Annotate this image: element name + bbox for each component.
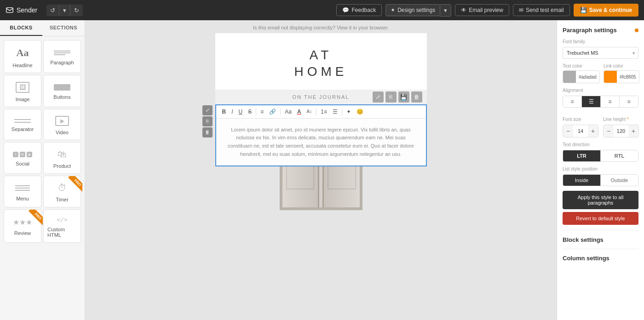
headline-icon: Aa bbox=[17, 47, 29, 59]
review-pro-ribbon: PRO bbox=[21, 210, 43, 232]
undo-button[interactable]: ↺ bbox=[46, 5, 59, 16]
strikethrough-button[interactable]: S bbox=[246, 107, 254, 116]
product-label: Product bbox=[53, 163, 71, 169]
font-family-select[interactable]: Trebuchet MS Arial Georgia Verdana Times… bbox=[563, 47, 638, 59]
design-settings-button[interactable]: ✦ Design settings bbox=[385, 4, 440, 16]
menu-icon bbox=[15, 184, 30, 192]
design-settings-dropdown[interactable]: ▾ bbox=[440, 4, 451, 17]
block-separator[interactable]: Separator bbox=[4, 109, 41, 140]
toolbar-divider-1 bbox=[256, 108, 256, 115]
block-menu[interactable]: Menu bbox=[4, 176, 41, 207]
font-size-group: Font size − + bbox=[563, 112, 598, 137]
toolbar: Sender ↺ ▾ ↻ 💬 Feedback ✦ Design setting… bbox=[0, 0, 644, 20]
text-block-copy-button[interactable]: ⎘ bbox=[202, 116, 213, 126]
block-video[interactable]: ▶ Video bbox=[43, 109, 81, 140]
block-headline[interactable]: Aa Headline bbox=[4, 40, 41, 73]
paragraph-settings-title: Paragraph settings bbox=[563, 27, 638, 34]
font-size-decrease[interactable]: − bbox=[563, 125, 573, 137]
revert-button[interactable]: Revert to default style bbox=[563, 212, 638, 225]
text-color-swatch bbox=[563, 71, 576, 83]
direction-rtl-button[interactable]: RTL bbox=[601, 150, 638, 161]
align-center-button[interactable]: ☰ bbox=[582, 96, 601, 107]
font-family-label: Font family bbox=[563, 39, 638, 44]
send-test-button[interactable]: ✉ Send test email bbox=[513, 4, 570, 16]
line-height-increase[interactable]: + bbox=[628, 125, 638, 137]
timer-pro-ribbon: PRO bbox=[60, 176, 82, 198]
text-color-button[interactable]: A bbox=[295, 107, 304, 116]
align-right-button[interactable]: ≡ bbox=[601, 96, 620, 107]
separator-label: Separator bbox=[12, 126, 34, 132]
undo-redo-group: ↺ ▾ ↻ bbox=[46, 5, 83, 16]
headline-label: Headline bbox=[12, 63, 32, 68]
block-buttons[interactable]: Buttons bbox=[43, 75, 81, 107]
block-social[interactable]: f in ▶ Social bbox=[4, 142, 41, 174]
text-color-value: #adadad bbox=[576, 74, 599, 80]
tab-sections[interactable]: SECTIONS bbox=[42, 20, 85, 36]
font-size-control: − + bbox=[563, 125, 598, 137]
custom-html-label: Custom HTML bbox=[47, 227, 77, 238]
text-color-swatch-row[interactable]: #adadad bbox=[563, 70, 600, 83]
font-size-increase[interactable]: + bbox=[588, 125, 598, 137]
block-product[interactable]: 🛍 Product bbox=[43, 142, 81, 174]
block-timer[interactable]: PRO ⏱ Timer bbox=[43, 176, 81, 207]
separator-icon bbox=[14, 119, 31, 123]
settings-divider-2 bbox=[563, 249, 638, 249]
line-height-input[interactable] bbox=[614, 128, 628, 134]
font-button[interactable]: Aa bbox=[282, 107, 294, 116]
line-height-label: Line height * bbox=[603, 117, 639, 122]
feedback-button[interactable]: 💬 Feedback bbox=[336, 4, 382, 16]
block-custom-html[interactable]: </> Custom HTML bbox=[43, 209, 81, 243]
block-image[interactable]: 🖼 Image bbox=[4, 75, 41, 107]
direction-ltr-button[interactable]: LTR bbox=[563, 150, 601, 161]
link-color-swatch-row[interactable]: #fc8805 bbox=[604, 70, 639, 83]
line-height-decrease[interactable]: − bbox=[604, 125, 614, 137]
buttons-label: Buttons bbox=[53, 94, 70, 100]
numbered-list-button[interactable]: 1≡ bbox=[318, 107, 329, 116]
email-header-block[interactable]: ATHOME bbox=[215, 33, 427, 90]
text-block-move-button[interactable]: ⤢ bbox=[202, 105, 213, 115]
app-name: Sender bbox=[17, 6, 37, 14]
block-paragraph[interactable]: Paragraph bbox=[43, 40, 81, 73]
product-icon: 🛍 bbox=[58, 149, 67, 160]
alignment-label: Alignment bbox=[563, 88, 638, 93]
underline-button[interactable]: U bbox=[236, 107, 245, 116]
email-preview-button[interactable]: 👁 Email preview bbox=[455, 4, 509, 16]
link-color-group: Link color #fc8805 bbox=[604, 63, 639, 83]
section-label-text: ON THE JOURNAL bbox=[293, 94, 350, 100]
align-left-button[interactable]: ≡ bbox=[563, 96, 582, 107]
apply-style-button[interactable]: Apply this style to all paragraphs bbox=[563, 191, 638, 209]
italic-button[interactable]: I bbox=[229, 107, 235, 116]
text-editor-block[interactable]: ⤢ ⎘ 🗑 B I U S ≡ 🔗 Aa A A↕ 1 bbox=[215, 104, 427, 166]
align-button[interactable]: ☰ bbox=[330, 107, 340, 116]
save-button[interactable]: 💾 Save & continue bbox=[574, 4, 638, 17]
font-size-input[interactable] bbox=[573, 128, 588, 134]
line-height-group: Line height * − + bbox=[603, 112, 639, 137]
text-block-delete-button[interactable]: 🗑 bbox=[202, 127, 213, 137]
list-inside-button[interactable]: Inside bbox=[563, 175, 601, 186]
list-outside-button[interactable]: Outside bbox=[601, 175, 638, 186]
font-family-wrapper: Trebuchet MS Arial Georgia Verdana Times… bbox=[563, 47, 638, 59]
email-preview-icon: 👁 bbox=[461, 7, 466, 13]
text-content[interactable]: Lorem ipsum dolor sit amet, pro id muner… bbox=[216, 119, 426, 166]
svg-rect-0 bbox=[6, 8, 13, 13]
section-delete-button[interactable]: 🗑 bbox=[411, 91, 422, 103]
direction-row: LTR RTL bbox=[563, 150, 638, 162]
save-label: Save & continue bbox=[589, 7, 632, 13]
redo-button[interactable]: ↻ bbox=[70, 5, 83, 16]
section-copy-button[interactable]: ⎘ bbox=[385, 91, 397, 103]
email-header-title: ATHOME bbox=[224, 47, 418, 80]
blocks-grid: Aa Headline Paragraph 🖼 Image But bbox=[0, 36, 85, 246]
list-button[interactable]: ≡ bbox=[258, 107, 266, 116]
tab-blocks[interactable]: BLOCKS bbox=[0, 20, 42, 36]
line-height-asterisk: * bbox=[627, 117, 629, 122]
align-justify-button[interactable]: ≡ bbox=[620, 96, 638, 107]
section-expand-button[interactable]: ⤢ bbox=[373, 91, 384, 103]
link-button[interactable]: 🔗 bbox=[267, 107, 278, 116]
emoji-button[interactable]: 😊 bbox=[354, 107, 366, 116]
section-save-button[interactable]: 💾 bbox=[398, 91, 409, 103]
text-size-button[interactable]: A↕ bbox=[305, 108, 315, 115]
clear-format-button[interactable]: ✦ bbox=[344, 107, 353, 116]
bold-button[interactable]: B bbox=[220, 107, 229, 116]
block-review[interactable]: PRO ★★★ Review bbox=[4, 209, 41, 243]
undo-dropdown-button[interactable]: ▾ bbox=[59, 5, 70, 16]
